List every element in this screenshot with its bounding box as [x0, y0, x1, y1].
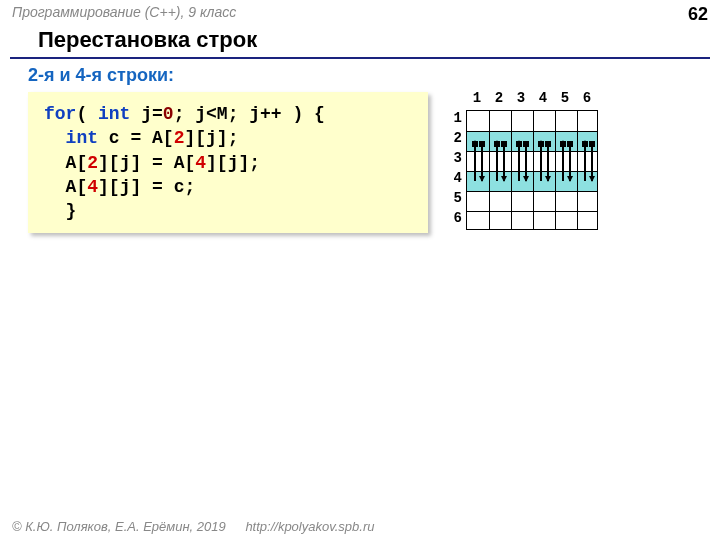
- grid-line: [467, 171, 597, 172]
- course-label: Программирование (C++), 9 класс: [12, 4, 236, 25]
- swap-arrow-icon: [496, 141, 498, 181]
- swap-arrow-icon: [481, 141, 483, 181]
- code-number: 4: [195, 153, 206, 173]
- grid-line: [467, 191, 597, 192]
- row-label: 3: [446, 148, 462, 168]
- swap-arrow-icon: [591, 141, 593, 181]
- code-number: 2: [174, 128, 185, 148]
- swap-arrow-icon: [503, 141, 505, 181]
- swap-arrow-icon: [525, 141, 527, 181]
- slide-header: Программирование (C++), 9 класс 62: [0, 0, 720, 25]
- code-text: ; j<M; j++ ) {: [174, 104, 325, 124]
- col-label: 3: [510, 90, 532, 106]
- row-label: 1: [446, 108, 462, 128]
- col-label: 5: [554, 90, 576, 106]
- grid-line: [467, 151, 597, 152]
- col-label: 2: [488, 90, 510, 106]
- swap-arrow-icon: [562, 141, 564, 181]
- row-label: 6: [446, 208, 462, 228]
- row-label: 2: [446, 128, 462, 148]
- col-label: 1: [466, 90, 488, 106]
- content-row: for( int j=0; j<M; j++ ) { int c = A[2][…: [0, 92, 720, 233]
- code-text: [44, 153, 66, 173]
- code-number: 0: [163, 104, 174, 124]
- grid-diagram: 1 2 3 4 5 6 1 2 3 4 5 6: [448, 92, 598, 230]
- code-text: c = A[: [98, 128, 174, 148]
- grid-line: [467, 211, 597, 212]
- row-label: 4: [446, 168, 462, 188]
- code-text: j=: [130, 104, 162, 124]
- row-label: 5: [446, 188, 462, 208]
- code-text: [44, 128, 66, 148]
- swap-arrow-icon: [474, 141, 476, 181]
- swap-arrow-icon: [547, 141, 549, 181]
- col-label: 6: [576, 90, 598, 106]
- swap-arrow-icon: [540, 141, 542, 181]
- code-text: A[: [66, 177, 88, 197]
- grid-line: [467, 131, 597, 132]
- code-block: for( int j=0; j<M; j++ ) { int c = A[2][…: [28, 92, 428, 233]
- code-text: A[: [66, 153, 88, 173]
- code-text: (: [76, 104, 98, 124]
- code-text: ][j];: [184, 128, 238, 148]
- grid-col-labels: 1 2 3 4 5 6: [466, 90, 598, 106]
- page-number: 62: [688, 4, 708, 25]
- page-title: Перестановка строк: [10, 25, 710, 59]
- code-keyword-int: int: [98, 104, 130, 124]
- code-number: 4: [87, 177, 98, 197]
- code-text: [44, 177, 66, 197]
- code-text: ][j] = c;: [98, 177, 206, 197]
- subtitle: 2-я и 4-я строки:: [0, 59, 720, 92]
- col-label: 4: [532, 90, 554, 106]
- swap-arrow-icon: [518, 141, 520, 181]
- swap-arrow-icon: [569, 141, 571, 181]
- footer-url: http://kpolyakov.spb.ru: [245, 519, 374, 534]
- code-keyword-for: for: [44, 104, 76, 124]
- code-text: [44, 201, 66, 221]
- code-keyword-int: int: [66, 128, 98, 148]
- slide-footer: © К.Ю. Поляков, Е.А. Ерёмин, 2019 http:/…: [12, 519, 374, 534]
- code-number: 2: [87, 153, 98, 173]
- grid-body: [466, 110, 598, 230]
- code-text: }: [66, 201, 77, 221]
- swap-arrow-icon: [584, 141, 586, 181]
- code-text: ][j] = A[: [98, 153, 195, 173]
- copyright-text: © К.Ю. Поляков, Е.А. Ерёмин, 2019: [12, 519, 226, 534]
- grid-row-labels: 1 2 3 4 5 6: [446, 108, 462, 228]
- code-text: ][j];: [206, 153, 260, 173]
